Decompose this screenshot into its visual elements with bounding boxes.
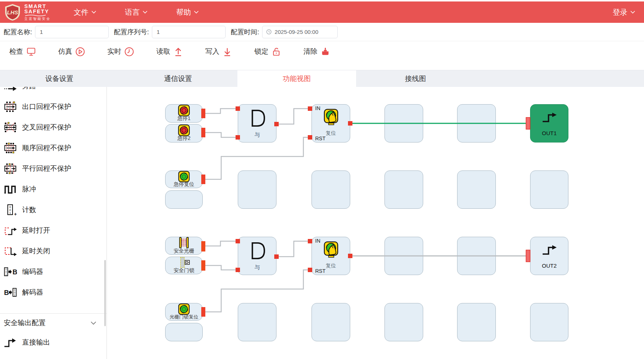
block-label: 急停1	[166, 115, 202, 122]
sidebar-item-label: 顺序回程不保护	[22, 143, 71, 153]
direct-output-icon	[3, 336, 18, 349]
function-block-sidebar: 旁路 出口回程不保护	[0, 87, 107, 359]
sidebar-scrollbar[interactable]	[104, 260, 106, 326]
block-light-curtain[interactable]: 安全光栅	[165, 237, 203, 255]
block-and-gate-1[interactable]: 与	[238, 104, 276, 142]
read-button[interactable]: 读取	[156, 47, 183, 57]
counter-icon: 0 0 1 +	[3, 204, 18, 216]
sidebar-item-label: 直接输出	[22, 338, 50, 347]
clock-icon	[124, 47, 134, 57]
block-label: OUT1	[530, 130, 568, 136]
output-step-arrow-icon	[540, 244, 558, 258]
simulate-button[interactable]: 仿真	[58, 47, 85, 57]
menu-language[interactable]: 语言	[125, 7, 147, 17]
empty-function-slot[interactable]	[457, 104, 496, 142]
wire	[276, 109, 308, 124]
tab-label: 功能视图	[283, 74, 311, 84]
sidebar-item-pulse[interactable]: 脉冲	[0, 179, 107, 200]
tab-wiring-diagram[interactable]: 接线图	[356, 70, 475, 87]
exit-muting-icon	[3, 101, 18, 113]
sidebar-item-label: 延时关闭	[22, 246, 50, 256]
block-reset-1[interactable]: IN RST 复位	[311, 104, 350, 142]
empty-input-slot[interactable]	[165, 190, 203, 209]
config-time-input[interactable]: 2025-09-25 00:00	[262, 26, 338, 38]
block-out1[interactable]: OUT1	[530, 104, 568, 142]
sidebar-item-direct-output[interactable]: 直接输出	[0, 332, 107, 353]
empty-function-slot[interactable]	[311, 303, 350, 341]
sidebar-item-encoder[interactable]: 0 0 1 B 编码器	[0, 261, 107, 282]
toolbar: 检查 仿真 实时 读取 写入 锁定	[0, 41, 644, 62]
realtime-button[interactable]: 实时	[107, 47, 134, 57]
sidebar-item-label: 交叉回程不保护	[22, 123, 71, 132]
menu-file-label: 文件	[74, 7, 88, 17]
block-out2[interactable]: OUT2	[530, 237, 568, 275]
block-estop-reset[interactable]: 急停复位	[165, 170, 203, 188]
empty-function-slot[interactable]	[530, 303, 568, 341]
empty-function-slot[interactable]	[384, 303, 423, 341]
sidebar-item-label: 脉冲	[22, 184, 36, 194]
empty-function-slot[interactable]	[457, 303, 496, 341]
sidebar-item-counter[interactable]: 0 0 1 + 计数	[0, 200, 107, 220]
delay-on-icon	[3, 224, 18, 237]
sequential-muting-icon	[3, 142, 18, 154]
tab-communication-settings[interactable]: 通信设置	[119, 70, 237, 87]
block-label: 急停复位	[166, 181, 202, 188]
empty-function-slot[interactable]	[457, 170, 496, 209]
empty-function-slot[interactable]	[457, 237, 496, 275]
sidebar-item-exit-muting[interactable]: 出口回程不保护	[0, 96, 107, 117]
clear-button[interactable]: 清除	[303, 47, 330, 57]
port-in-label: IN	[315, 105, 320, 111]
function-canvas[interactable]: 急停1 急停2 与 IN RST	[107, 87, 644, 359]
brush-icon	[320, 47, 330, 57]
empty-function-slot[interactable]	[530, 170, 568, 209]
sidebar-item-decoder[interactable]: B 0 0 1 解码器	[0, 282, 107, 303]
empty-function-slot[interactable]	[384, 237, 423, 275]
sidebar-item-delay-on[interactable]: 延时打开	[0, 220, 107, 241]
main-area: 旁路 出口回程不保护	[0, 87, 644, 359]
pulse-icon	[3, 183, 18, 196]
sidebar-item-parallel-muting[interactable]: 平行回程不保护	[0, 158, 107, 179]
block-door-lock[interactable]: 安全门锁	[165, 257, 203, 274]
lock-button[interactable]: 锁定	[254, 47, 281, 57]
config-serial-label: 配置序列号:	[114, 28, 149, 36]
empty-input-slot[interactable]	[165, 323, 203, 341]
chevron-down-icon	[91, 11, 96, 14]
block-and-gate-2[interactable]: 与	[238, 237, 276, 275]
block-estop1[interactable]: 急停1	[165, 104, 203, 123]
brand-line3: 立宏智能安全	[24, 17, 51, 21]
sidebar-section-safety-output[interactable]: 安全输出配置	[0, 314, 107, 332]
sidebar-item-cross-muting[interactable]: 交叉回程不保护	[0, 117, 107, 138]
sidebar-item-sequential-muting[interactable]: 顺序回程不保护	[0, 138, 107, 158]
block-curtain-lock-reset[interactable]: 光栅门锁复位	[165, 303, 203, 321]
empty-function-slot[interactable]	[238, 170, 276, 209]
config-serial-input[interactable]	[152, 26, 226, 38]
decoder-icon: B 0 0 1	[3, 286, 18, 299]
svg-text:0: 0	[14, 289, 15, 291]
menu-help[interactable]: 帮助	[176, 7, 199, 17]
login-button[interactable]: 登录	[613, 7, 635, 17]
delay-off-icon	[3, 245, 18, 257]
svg-text:1: 1	[9, 211, 11, 215]
tab-function-view[interactable]: 功能视图	[237, 70, 356, 87]
reset-hand-button-icon	[323, 241, 339, 259]
brand-text: SMART SAFETY 立宏智能安全	[24, 4, 51, 21]
sidebar-item-label: 延时打开	[22, 226, 50, 235]
sidebar-item-delay-off[interactable]: 延时关闭	[0, 241, 107, 261]
svg-text:0: 0	[14, 291, 15, 294]
tab-label: 通信设置	[164, 74, 192, 84]
empty-function-slot[interactable]	[384, 104, 423, 142]
block-reset-2[interactable]: IN RST 复位	[311, 237, 350, 275]
config-name-input[interactable]	[35, 26, 109, 38]
sidebar-item-label: 编码器	[22, 267, 43, 277]
block-estop2[interactable]: 急停2	[165, 124, 203, 142]
check-button[interactable]: 检查	[9, 47, 36, 57]
menu-file[interactable]: 文件	[74, 7, 96, 17]
empty-function-slot[interactable]	[238, 303, 276, 341]
tab-device-settings[interactable]: 设备设置	[0, 70, 119, 87]
sidebar-item-bypass[interactable]: 旁路	[0, 87, 107, 96]
empty-function-slot[interactable]	[384, 170, 423, 209]
chevron-down-icon	[91, 321, 96, 325]
write-button[interactable]: 写入	[205, 47, 232, 57]
empty-function-slot[interactable]	[311, 170, 350, 209]
realtime-label: 实时	[107, 47, 121, 56]
